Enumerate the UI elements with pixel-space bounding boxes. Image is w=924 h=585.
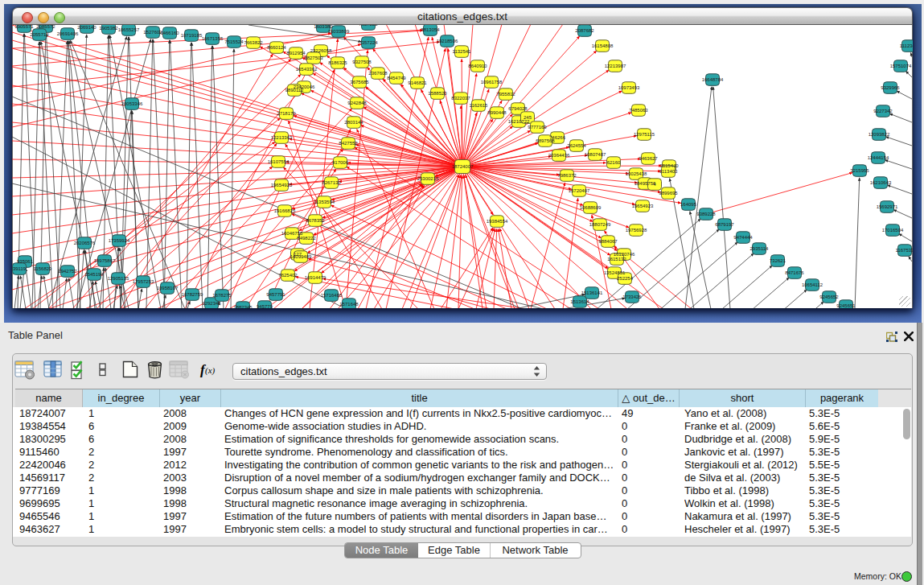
svg-text:19384554: 19384554	[487, 219, 508, 224]
svg-text:1545194: 1545194	[84, 272, 104, 277]
svg-text:1905571: 1905571	[14, 24, 34, 29]
svg-text:16033809: 16033809	[328, 29, 350, 34]
svg-text:945779: 945779	[257, 304, 273, 308]
svg-text:12444154: 12444154	[868, 155, 889, 160]
svg-text:6794028: 6794028	[508, 106, 528, 111]
svg-text:16914479: 16914479	[305, 275, 326, 280]
svg-text:9389228: 9389228	[696, 212, 716, 216]
svg-text:15720407: 15720407	[569, 188, 590, 193]
svg-text:20206576: 20206576	[74, 241, 96, 245]
svg-text:18807249: 18807249	[589, 222, 611, 227]
svg-text:8427552: 8427552	[339, 141, 358, 146]
svg-text:164095: 164095	[680, 202, 697, 207]
svg-text:10655257: 10655257	[118, 27, 140, 32]
svg-text:15692971: 15692971	[877, 204, 898, 209]
svg-text:9890112: 9890112	[285, 88, 305, 93]
svg-text:2803144: 2803144	[344, 120, 363, 125]
svg-text:14099489: 14099489	[290, 254, 312, 259]
svg-text:2069140: 2069140	[77, 25, 97, 30]
svg-text:16671355: 16671355	[202, 36, 224, 41]
svg-text:7986372: 7986372	[557, 173, 577, 178]
svg-text:12905135: 12905135	[108, 276, 129, 281]
svg-text:10958107: 10958107	[157, 286, 179, 290]
svg-text:62160: 62160	[607, 160, 621, 165]
svg-text:1588520: 1588520	[428, 91, 447, 96]
svg-text:17016504: 17016504	[882, 228, 904, 233]
svg-text:7955812: 7955812	[496, 92, 515, 97]
svg-text:12093822: 12093822	[869, 132, 890, 137]
svg-text:8267130: 8267130	[322, 180, 341, 185]
svg-text:2055714: 2055714	[30, 32, 49, 37]
svg-text:1513614: 1513614	[570, 299, 589, 304]
svg-text:15716485: 15716485	[321, 293, 343, 298]
svg-text:9227342: 9227342	[873, 109, 893, 113]
svg-text:17359924: 17359924	[109, 238, 130, 243]
svg-text:7625402: 7625402	[278, 273, 298, 278]
svg-text:9327508: 9327508	[352, 60, 372, 64]
svg-text:3215955: 3215955	[850, 168, 869, 173]
svg-text:10807487: 10807487	[585, 152, 606, 157]
svg-text:732621: 732621	[770, 258, 786, 263]
svg-text:252254: 252254	[617, 276, 634, 281]
svg-text:1571648: 1571648	[339, 302, 359, 307]
svg-text:9515440: 9515440	[659, 163, 679, 168]
svg-text:6879197: 6879197	[715, 222, 734, 227]
svg-text:15751074: 15751074	[890, 64, 912, 68]
svg-text:12213363: 12213363	[271, 135, 293, 140]
svg-text:12975115: 12975115	[634, 132, 655, 137]
svg-text:9146821: 9146821	[408, 80, 427, 85]
svg-text:1132541: 1132541	[453, 49, 472, 54]
svg-text:1156829: 1156829	[34, 266, 53, 271]
svg-text:8660124: 8660124	[267, 45, 286, 50]
svg-text:3624554: 3624554	[567, 143, 586, 148]
svg-text:1162615: 1162615	[470, 103, 489, 108]
svg-text:16107554: 16107554	[268, 159, 290, 164]
svg-text:7485063: 7485063	[629, 108, 648, 113]
svg-text:19218506: 19218506	[437, 39, 458, 43]
svg-text:1882345: 1882345	[233, 305, 253, 308]
svg-text:17957253: 17957253	[133, 279, 154, 284]
svg-text:15136141: 15136141	[581, 290, 603, 295]
svg-text:417006: 417006	[332, 160, 349, 165]
svg-text:9245651: 9245651	[836, 303, 856, 308]
svg-text:13524851: 13524851	[604, 270, 626, 275]
svg-text:1733426: 1733426	[622, 295, 642, 299]
svg-text:8912954: 8912954	[286, 51, 306, 56]
svg-text:8454749: 8454749	[387, 76, 406, 80]
svg-text:19756928: 19756928	[626, 228, 647, 233]
svg-text:23226058: 23226058	[310, 48, 332, 53]
svg-text:3675685: 3675685	[350, 80, 369, 84]
svg-text:10654112: 10654112	[802, 282, 823, 287]
svg-text:8186325: 8186325	[328, 60, 347, 65]
svg-text:39119: 39119	[13, 266, 27, 271]
svg-text:9457791: 9457791	[266, 292, 285, 297]
svg-text:1292346: 1292346	[202, 301, 221, 306]
svg-text:16210643: 16210643	[870, 180, 892, 185]
svg-text:7663822: 7663822	[244, 40, 263, 45]
svg-text:19654923: 19654923	[632, 204, 654, 208]
svg-text:1167533: 1167533	[896, 248, 913, 253]
svg-text:9329966: 9329966	[881, 85, 900, 90]
svg-text:935061: 935061	[17, 259, 34, 264]
svg-text:20053346: 20053346	[121, 101, 143, 106]
svg-text:9777169: 9777169	[528, 125, 547, 130]
svg-text:2087682: 2087682	[575, 28, 594, 33]
svg-text:245: 245	[524, 115, 532, 120]
svg-text:7515524: 7515524	[224, 39, 244, 44]
svg-text:20691406: 20691406	[57, 31, 79, 36]
svg-text:10719185: 10719185	[181, 33, 203, 38]
svg-text:2085572: 2085572	[36, 24, 55, 29]
svg-text:10688609: 10688609	[580, 205, 602, 210]
svg-text:(x): (x)	[205, 365, 216, 376]
svg-text:16154808: 16154808	[592, 43, 614, 48]
svg-text:5498222: 5498222	[297, 236, 316, 241]
svg-text:9884067: 9884067	[598, 239, 618, 244]
svg-text:10973493: 10973493	[618, 85, 640, 90]
svg-text:25300215: 25300215	[417, 176, 439, 181]
svg-text:8640910: 8640910	[468, 64, 487, 68]
svg-text:2367608: 2367608	[368, 71, 388, 76]
svg-text:8678352: 8678352	[306, 218, 325, 223]
svg-text:11353594: 11353594	[314, 200, 335, 204]
svg-text:9899695: 9899695	[659, 191, 678, 196]
svg-text:12213987: 12213987	[605, 64, 626, 68]
